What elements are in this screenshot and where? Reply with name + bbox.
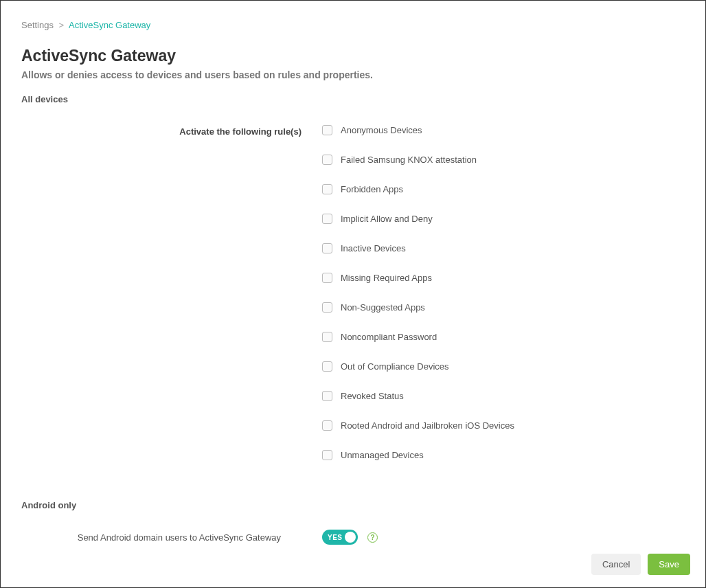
rule-list: Anonymous Devices Failed Samsung KNOX at… — [322, 125, 685, 460]
rule-missing-required-apps: Missing Required Apps — [322, 273, 685, 283]
android-toggle-row: Send Android domain users to ActiveSync … — [21, 530, 685, 545]
breadcrumb: Settings > ActiveSync Gateway — [21, 20, 685, 30]
breadcrumb-root: Settings — [21, 20, 54, 30]
checkbox-failed-knox[interactable] — [322, 155, 332, 165]
checkbox-inactive-devices[interactable] — [322, 243, 332, 253]
rule-anonymous-devices: Anonymous Devices — [322, 125, 685, 135]
action-buttons: Cancel Save — [591, 554, 690, 575]
android-toggle-label: Send Android domain users to ActiveSync … — [21, 532, 322, 543]
checkbox-out-of-compliance[interactable] — [322, 361, 332, 372]
rule-noncompliant-password: Noncompliant Password — [322, 332, 685, 342]
cancel-button[interactable]: Cancel — [591, 554, 641, 575]
android-only-section: Android only Send Android domain users t… — [21, 500, 685, 545]
activate-rules-label: Activate the following rule(s) — [21, 125, 322, 137]
rule-label: Anonymous Devices — [341, 125, 422, 135]
rule-implicit-allow-deny: Implicit Allow and Deny — [322, 214, 685, 224]
checkbox-revoked-status[interactable] — [322, 391, 332, 401]
rule-non-suggested-apps: Non-Suggested Apps — [322, 302, 685, 313]
toggle-state-text: YES — [328, 534, 343, 541]
rule-label: Missing Required Apps — [341, 273, 432, 283]
checkbox-non-suggested-apps[interactable] — [322, 302, 332, 313]
rule-rooted-jailbroken: Rooted Android and Jailbroken iOS Device… — [322, 420, 685, 431]
checkbox-unmanaged-devices[interactable] — [322, 450, 332, 460]
rule-out-of-compliance: Out of Compliance Devices — [322, 361, 685, 372]
rule-label: Implicit Allow and Deny — [341, 214, 433, 224]
save-button[interactable]: Save — [648, 554, 690, 575]
rule-label: Failed Samsung KNOX attestation — [341, 155, 477, 165]
page-title: ActiveSync Gateway — [21, 47, 685, 65]
settings-panel: Settings > ActiveSync Gateway ActiveSync… — [0, 0, 706, 588]
section-android-only: Android only — [21, 500, 685, 510]
rule-label: Unmanaged Devices — [341, 450, 424, 460]
rule-forbidden-apps: Forbidden Apps — [322, 184, 685, 194]
checkbox-missing-required-apps[interactable] — [322, 273, 332, 283]
section-all-devices: All devices — [21, 94, 685, 104]
rule-revoked-status: Revoked Status — [322, 391, 685, 401]
breadcrumb-current[interactable]: ActiveSync Gateway — [69, 20, 150, 30]
rule-label: Noncompliant Password — [341, 332, 437, 342]
page-subtitle: Allows or denies access to devices and u… — [21, 69, 685, 80]
checkbox-implicit-allow-deny[interactable] — [322, 214, 332, 224]
checkbox-rooted-jailbroken[interactable] — [322, 420, 332, 431]
rule-label: Inactive Devices — [341, 243, 406, 253]
rule-label: Non-Suggested Apps — [341, 302, 425, 313]
android-gateway-toggle[interactable]: YES — [322, 530, 358, 545]
rule-unmanaged-devices: Unmanaged Devices — [322, 450, 685, 460]
checkbox-anonymous-devices[interactable] — [322, 125, 332, 135]
breadcrumb-separator: > — [59, 20, 65, 30]
rule-inactive-devices: Inactive Devices — [322, 243, 685, 253]
rules-form-row: Activate the following rule(s) Anonymous… — [21, 125, 685, 460]
help-icon[interactable]: ? — [367, 532, 378, 543]
checkbox-noncompliant-password[interactable] — [322, 332, 332, 342]
rule-label: Revoked Status — [341, 391, 404, 401]
rule-failed-knox: Failed Samsung KNOX attestation — [322, 155, 685, 165]
checkbox-forbidden-apps[interactable] — [322, 184, 332, 194]
rule-label: Out of Compliance Devices — [341, 361, 449, 372]
rule-label: Forbidden Apps — [341, 184, 403, 194]
toggle-knob — [345, 532, 356, 543]
rule-label: Rooted Android and Jailbroken iOS Device… — [341, 420, 514, 431]
